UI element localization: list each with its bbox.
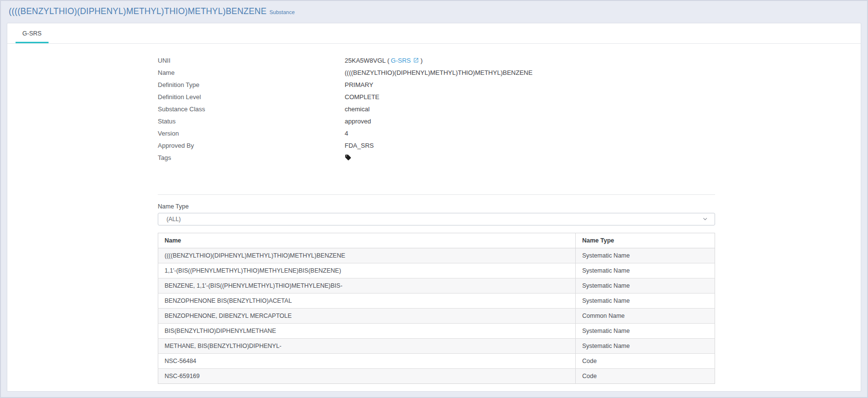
table-row: NSC-56484Code <box>158 354 715 369</box>
detail-value: PRIMARY <box>345 81 373 88</box>
table-row: METHANE, BIS(BENZYLTHIO)DIPHENYL-Systema… <box>158 339 715 354</box>
table-row: ((((BENZYLTHIO)(DIPHENYL)METHYL)THIO)MET… <box>158 248 715 263</box>
external-link-icon <box>413 57 419 65</box>
content-card: G-SRS UNII25KA5W8VGL (G-SRS)Name((((BENZ… <box>7 23 861 392</box>
table-row: BENZOPHENONE BIS(BENZYLTHIO)ACETALSystem… <box>158 294 715 309</box>
detail-value: FDA_SRS <box>345 142 374 149</box>
cell-name-type: Common Name <box>576 309 715 324</box>
detail-value <box>345 154 351 162</box>
cell-name-type: Systematic Name <box>576 278 715 294</box>
detail-row: Approved ByFDA_SRS <box>158 139 715 152</box>
detail-label: Definition Level <box>158 93 345 101</box>
cell-name: NSC-659169 <box>158 369 576 384</box>
column-header-name: Name <box>158 233 576 248</box>
detail-value: 25KA5W8VGL (G-SRS) <box>345 57 423 64</box>
cell-name: BENZOPHENONE, DIBENZYL MERCAPTOLE <box>158 309 576 324</box>
table-row: BIS(BENZYLTHIO)DIPHENYLMETHANESystematic… <box>158 324 715 339</box>
tag-icon <box>345 154 351 162</box>
page-subtitle: Substance <box>269 9 295 15</box>
detail-value: chemical <box>345 105 369 113</box>
name-type-filter-label: Name Type <box>158 203 715 210</box>
detail-label: UNII <box>158 57 345 64</box>
detail-label: Substance Class <box>158 105 345 113</box>
detail-value: COMPLETE <box>345 93 380 101</box>
page-header: ((((BENZYLTHIO)(DIPHENYL)METHYL)THIO)MET… <box>0 0 868 23</box>
chevron-down-icon <box>702 215 708 224</box>
detail-value: approved <box>345 118 371 125</box>
cell-name-type: Systematic Name <box>576 248 715 263</box>
detail-label: Version <box>158 130 345 137</box>
detail-value: ((((BENZYLTHIO)(DIPHENYL)METHYL)THIO)MET… <box>345 69 533 76</box>
cell-name: 1,1'-(BIS((PHENYLMETHYL)THIO)METHYLENE)B… <box>158 263 576 278</box>
cell-name-type: Code <box>576 369 715 384</box>
detail-label: Status <box>158 118 345 125</box>
table-row: BENZOPHENONE, DIBENZYL MERCAPTOLECommon … <box>158 309 715 324</box>
page-title: ((((BENZYLTHIO)(DIPHENYL)METHYL)THIO)MET… <box>9 6 267 16</box>
detail-row: Definition LevelCOMPLETE <box>158 91 715 103</box>
cell-name-type: Systematic Name <box>576 263 715 278</box>
substance-details: UNII25KA5W8VGL (G-SRS)Name((((BENZYLTHIO… <box>158 54 715 164</box>
table-row: BENZENE, 1,1'-(BIS((PHENYLMETHYL)THIO)ME… <box>158 278 715 294</box>
gsrs-external-link[interactable]: G-SRS <box>391 57 411 64</box>
detail-row: Definition TypePRIMARY <box>158 79 715 91</box>
names-table-header: Name Name Type <box>158 233 715 248</box>
cell-name: NSC-56484 <box>158 354 576 369</box>
table-row: 1,1'-(BIS((PHENYLMETHYL)THIO)METHYLENE)B… <box>158 263 715 278</box>
section-divider <box>158 194 715 195</box>
detail-row: Tags <box>158 152 715 164</box>
detail-label: Name <box>158 69 345 76</box>
name-type-dropdown[interactable]: (ALL) <box>158 213 715 225</box>
cell-name: BENZOPHENONE BIS(BENZYLTHIO)ACETAL <box>158 294 576 309</box>
detail-row: Substance Classchemical <box>158 103 715 115</box>
column-header-name-type: Name Type <box>576 233 715 248</box>
cell-name-type: Systematic Name <box>576 339 715 354</box>
cell-name: BENZENE, 1,1'-(BIS((PHENYLMETHYL)THIO)ME… <box>158 278 576 294</box>
detail-row: Statusapproved <box>158 115 715 127</box>
main-content: UNII25KA5W8VGL (G-SRS)Name((((BENZYLTHIO… <box>7 44 861 384</box>
tab-bar: G-SRS <box>7 23 861 44</box>
detail-row: Name((((BENZYLTHIO)(DIPHENYL)METHYL)THIO… <box>158 67 715 79</box>
cell-name: BIS(BENZYLTHIO)DIPHENYLMETHANE <box>158 324 576 339</box>
detail-label: Tags <box>158 154 345 161</box>
detail-label: Approved By <box>158 142 345 149</box>
names-table-body: ((((BENZYLTHIO)(DIPHENYL)METHYL)THIO)MET… <box>158 248 715 384</box>
cell-name: METHANE, BIS(BENZYLTHIO)DIPHENYL- <box>158 339 576 354</box>
detail-value: 4 <box>345 130 348 137</box>
detail-row: UNII25KA5W8VGL (G-SRS) <box>158 54 715 67</box>
cell-name-type: Code <box>576 354 715 369</box>
cell-name-type: Systematic Name <box>576 324 715 339</box>
cell-name: ((((BENZYLTHIO)(DIPHENYL)METHYL)THIO)MET… <box>158 248 576 263</box>
cell-name-type: Systematic Name <box>576 294 715 309</box>
tab-gsrs[interactable]: G-SRS <box>16 24 49 43</box>
names-table: Name Name Type ((((BENZYLTHIO)(DIPHENYL)… <box>158 233 715 384</box>
dropdown-selected-value: (ALL) <box>167 216 181 223</box>
table-row: NSC-659169Code <box>158 369 715 384</box>
detail-label: Definition Type <box>158 81 345 88</box>
detail-row: Version4 <box>158 127 715 139</box>
